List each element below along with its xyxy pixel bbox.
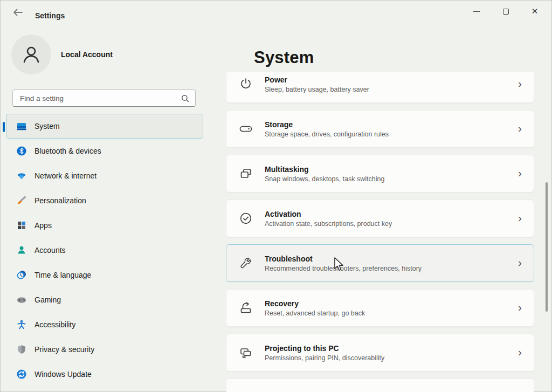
settings-card-activation[interactable]: ActivationActivation state, subscription… xyxy=(226,200,534,237)
close-icon: ✕ xyxy=(532,6,539,16)
search-box xyxy=(12,90,196,107)
settings-card-projecting-to-this-pc[interactable]: Projecting to this PCPermissions, pairin… xyxy=(226,334,534,372)
sidebar-item-privacy-security[interactable]: Privacy & security xyxy=(6,337,203,362)
minimize-button[interactable] xyxy=(462,2,491,21)
card-subtitle: Reset, advanced startup, go back xyxy=(265,310,365,317)
card-text: MultitaskingSnap windows, desktops, task… xyxy=(265,165,384,183)
card-subtitle: Permissions, pairing PIN, discoverabilit… xyxy=(265,354,384,362)
titlebar: Settings ✕ xyxy=(1,1,551,23)
card-title: Projecting to this PC xyxy=(265,344,384,353)
sidebar-item-label: Accounts xyxy=(34,246,66,255)
person-icon xyxy=(20,44,42,65)
avatar xyxy=(11,35,51,74)
card-text: StorageStorage space, drives, configurat… xyxy=(265,120,389,138)
settings-card-storage[interactable]: StorageStorage space, drives, configurat… xyxy=(226,110,534,148)
sidebar-item-label: Network & internet xyxy=(34,171,96,180)
card-subtitle: Recommended troubleshooters, preferences… xyxy=(265,265,422,272)
sidebar-item-label: System xyxy=(34,122,60,130)
sidebar-item-label: Time & language xyxy=(34,271,91,279)
chevron-right-icon: › xyxy=(518,301,522,314)
settings-card-multitasking[interactable]: MultitaskingSnap windows, desktops, task… xyxy=(226,155,534,192)
chevron-right-icon: › xyxy=(518,122,522,135)
settings-card-troubleshoot[interactable]: TroubleshootRecommended troubleshooters,… xyxy=(226,244,534,282)
time-language-icon xyxy=(16,270,27,280)
card-text: TroubleshootRecommended troubleshooters,… xyxy=(265,255,422,272)
sidebar-item-label: Personalization xyxy=(34,196,86,205)
sidebar-item-label: Windows Update xyxy=(34,370,92,379)
system-icon xyxy=(16,121,27,132)
card-title: Power xyxy=(265,75,369,84)
card-title: Troubleshoot xyxy=(265,255,422,263)
sidebar-item-apps[interactable]: Apps xyxy=(6,213,203,238)
network-icon xyxy=(16,170,27,181)
chevron-right-icon: › xyxy=(518,256,522,269)
sidebar-item-label: Accessibility xyxy=(34,320,75,329)
page-title: System xyxy=(254,48,314,67)
maximize-button[interactable] xyxy=(491,2,520,21)
card-title: Multitasking xyxy=(265,165,384,174)
minimize-icon xyxy=(473,11,480,12)
app-title: Settings xyxy=(35,11,65,20)
account-name: Local Account xyxy=(61,50,113,59)
sidebar-item-gaming[interactable]: Gaming xyxy=(6,287,203,312)
card-subtitle: Storage space, drives, configuration rul… xyxy=(265,130,389,138)
apps-icon xyxy=(16,220,27,231)
card-title: Recovery xyxy=(265,299,365,308)
maximize-icon xyxy=(503,9,509,15)
chevron-right-icon: › xyxy=(518,77,522,90)
accounts-icon xyxy=(16,245,27,256)
back-button[interactable] xyxy=(10,6,25,19)
sidebar-item-accounts[interactable]: Accounts xyxy=(6,238,203,263)
accessibility-icon xyxy=(16,319,27,330)
search-icon xyxy=(181,94,189,102)
settings-card-power[interactable]: PowerSleep, battery usage, battery saver… xyxy=(226,72,534,103)
settings-window: Settings ✕ Local Account SystemBluetooth… xyxy=(0,0,552,392)
caption-buttons: ✕ xyxy=(462,2,549,21)
sidebar-nav: SystemBluetooth & devicesNetwork & inter… xyxy=(6,114,203,387)
search-input[interactable] xyxy=(13,94,181,102)
windows-update-icon xyxy=(16,369,27,380)
card-subtitle: Activation state, subscriptions, product… xyxy=(265,220,392,228)
chevron-right-icon: › xyxy=(518,167,522,180)
close-button[interactable]: ✕ xyxy=(520,2,549,21)
troubleshoot-icon xyxy=(239,256,253,270)
power-icon xyxy=(239,77,253,91)
card-subtitle: Sleep, battery usage, battery saver xyxy=(265,86,369,93)
arrow-left-icon xyxy=(12,8,23,17)
storage-icon xyxy=(239,122,253,136)
chevron-right-icon: › xyxy=(518,211,522,224)
card-text: Projecting to this PCPermissions, pairin… xyxy=(265,344,384,362)
settings-list: PowerSleep, battery usage, battery saver… xyxy=(226,72,534,392)
sidebar-item-network-internet[interactable]: Network & internet xyxy=(6,163,203,188)
scrollbar-thumb[interactable] xyxy=(546,182,548,312)
sidebar-item-accessibility[interactable]: Accessibility xyxy=(6,312,203,337)
bluetooth-icon xyxy=(16,146,27,156)
activation-icon xyxy=(239,211,253,225)
sidebar-item-personalization[interactable]: Personalization xyxy=(6,188,203,213)
sidebar-item-bluetooth-devices[interactable]: Bluetooth & devices xyxy=(6,139,203,163)
sidebar-item-label: Gaming xyxy=(34,295,61,304)
account-row[interactable]: Local Account xyxy=(11,35,113,74)
selected-indicator xyxy=(3,122,5,132)
card-text: ActivationActivation state, subscription… xyxy=(265,210,392,228)
settings-card-remote-desktop[interactable]: Remote Desktop› xyxy=(226,379,534,392)
settings-card-recovery[interactable]: RecoveryReset, advanced startup, go back… xyxy=(226,289,534,327)
sidebar-item-label: Apps xyxy=(34,221,52,230)
personalization-icon xyxy=(16,195,27,206)
sidebar-item-system[interactable]: System xyxy=(6,114,203,139)
card-text: PowerSleep, battery usage, battery saver xyxy=(265,75,369,93)
gaming-icon xyxy=(16,294,27,305)
sidebar-item-label: Privacy & security xyxy=(34,345,94,354)
sidebar-item-windows-update[interactable]: Windows Update xyxy=(6,362,203,387)
card-text: RecoveryReset, advanced startup, go back xyxy=(265,299,365,317)
multitasking-icon xyxy=(239,167,253,181)
sidebar: Local Account SystemBluetooth & devicesN… xyxy=(1,23,216,391)
sidebar-item-label: Bluetooth & devices xyxy=(34,147,101,155)
sidebar-item-time-language[interactable]: Time & language xyxy=(6,263,203,287)
card-title: Activation xyxy=(265,210,392,218)
projecting-icon xyxy=(239,346,253,360)
card-title: Storage xyxy=(265,120,389,129)
chevron-right-icon: › xyxy=(518,346,522,359)
privacy-icon xyxy=(16,344,27,355)
card-subtitle: Snap windows, desktops, task switching xyxy=(265,175,384,183)
